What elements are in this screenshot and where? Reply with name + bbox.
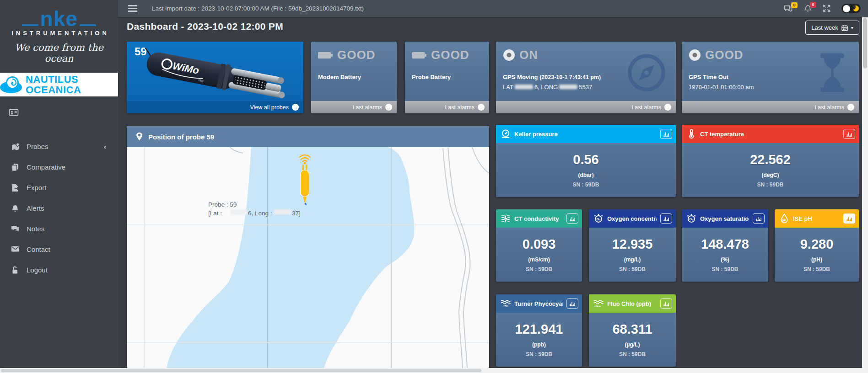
sidebar-item-label: Comparative: [27, 163, 65, 171]
svg-text:PC: PC: [503, 304, 508, 308]
footer-label: Last alarms: [445, 104, 474, 111]
sensor-serial: SN : 59DB: [526, 266, 552, 272]
envelope-icon: [11, 245, 20, 254]
hamburger-menu-icon[interactable]: [128, 4, 137, 14]
status-state: ON: [503, 48, 538, 62]
sensor-name: ISE pH: [793, 215, 840, 222]
sensor-value: 12.935: [612, 237, 653, 252]
gps-timeout-card: GOOD GPS Time Out 1970-01-01 01:00:00 am…: [682, 42, 859, 113]
caret-down-icon: ▾: [851, 25, 853, 30]
last-alarms-button[interactable]: Last alarms →: [496, 101, 676, 113]
sensor-unit: (%): [721, 256, 729, 263]
notifications-button[interactable]: 0: [804, 5, 812, 13]
open-chart-button[interactable]: [753, 213, 765, 224]
sidebar-item-comparative[interactable]: Comparative: [0, 157, 118, 177]
logo-underscore-right: [80, 24, 96, 26]
sensor-card-fluo-chlo: chl-a Fluo Chlo (ppb) 68.311 (µg/L) SN :…: [589, 294, 676, 367]
expand-arrows-icon: [823, 5, 830, 12]
address-card-icon[interactable]: [9, 108, 19, 117]
last-alarms-button[interactable]: Last alarms →: [311, 101, 397, 113]
org-name-line1: NAUTILUS: [26, 74, 81, 85]
map[interactable]: Probe : 59 [Lat : 6, Long : 37]: [127, 147, 489, 368]
sidebar-item-alerts[interactable]: Alerts: [0, 198, 118, 218]
svg-text:O₂: O₂: [689, 217, 693, 221]
open-chart-button[interactable]: [660, 129, 672, 139]
status-state-label: GOOD: [705, 48, 743, 62]
open-chart-button[interactable]: [566, 298, 578, 309]
chart-icon: [755, 216, 762, 221]
sidebar-item-probes[interactable]: Probes ‹: [0, 136, 118, 157]
vertical-scrollbar[interactable]: [862, 17, 868, 368]
sensor-card-header: PC Turner Phycocyanin: [496, 294, 582, 313]
horizontal-scrollbar[interactable]: [0, 368, 868, 373]
compass-icon: [625, 52, 668, 94]
modem-battery-card: GOOD Modem Battery Last alarms →: [311, 42, 397, 113]
sensor-card-header: CT temperature: [682, 125, 859, 143]
status-state-label: GOOD: [337, 48, 375, 62]
sidebar-item-notes[interactable]: Notes: [0, 218, 118, 239]
footer-label: Last alarms: [814, 104, 844, 111]
sensor-value: 121.941: [515, 322, 563, 337]
sensor-card-ct-temperature: CT temperature 22.562 (degC) SN : 59DB: [682, 125, 859, 197]
vertical-scrollbar-thumb[interactable]: [863, 18, 867, 69]
footer-label: Last alarms: [352, 104, 382, 111]
sensor-name: Oxygen concentration: [607, 215, 657, 222]
sidebar-item-contact[interactable]: Contact: [0, 239, 118, 260]
last-alarms-button[interactable]: Last alarms →: [405, 101, 489, 113]
comments-icon: [11, 225, 20, 233]
messages-button[interactable]: 0: [783, 5, 793, 12]
date-range-label: Last week: [811, 24, 838, 31]
status-title: Modem Battery: [318, 74, 361, 80]
open-chart-button[interactable]: [660, 213, 672, 224]
open-chart-button[interactable]: [566, 213, 578, 224]
status-title-text: GPS Moving: [503, 74, 538, 80]
footer-label: Last alarms: [631, 104, 661, 111]
chart-icon: [569, 301, 576, 306]
view-all-probes-button[interactable]: View all probes →: [127, 101, 303, 113]
chevron-left-icon[interactable]: ‹: [104, 143, 106, 150]
sensor-unit: (ppb): [532, 341, 546, 348]
bell-icon: [11, 204, 20, 213]
map-card: Position of probe 59: [127, 126, 489, 368]
sidebar-item-label: Logout: [27, 266, 48, 274]
sensor-card-body: 68.311 (µg/L) SN : 59DB: [589, 313, 676, 367]
sensor-value: 0.093: [523, 237, 556, 252]
chart-icon: [846, 216, 852, 221]
last-import-text: Last import date : 2023-10-02 07:00:00 A…: [152, 5, 364, 12]
sensor-name: Turner Phycocyanin: [514, 300, 563, 307]
date-range-button[interactable]: Last week ▾: [805, 21, 859, 35]
map-probe-label: Probe : 59: [208, 201, 237, 208]
sensor-unit: (dbar): [578, 172, 594, 178]
thermometer-icon: [686, 129, 696, 139]
theme-toggle[interactable]: [841, 4, 861, 13]
lat-end: 6, LONG: [534, 84, 558, 91]
open-chart-button[interactable]: [660, 298, 672, 309]
sensor-unit: (pH): [811, 256, 822, 263]
sidebar-item-label: Notes: [27, 225, 44, 233]
last-alarms-button[interactable]: Last alarms →: [682, 101, 859, 113]
sensor-value: 9.280: [800, 237, 834, 252]
sidebar-item-label: Probes: [27, 143, 49, 150]
status-state: GOOD: [412, 48, 469, 62]
sensor-value: 0.56: [573, 152, 598, 167]
toggle-knob: [843, 5, 850, 12]
sensor-card-header: Keller pressure: [496, 125, 676, 143]
sidebar-item-logout[interactable]: Logout: [0, 260, 118, 280]
svg-text:O₂: O₂: [596, 217, 600, 221]
open-chart-button[interactable]: [843, 129, 855, 139]
brand-subtitle: INSTRUMENTATION: [3, 30, 118, 37]
sidebar-item-export[interactable]: Export: [0, 177, 118, 198]
oxygen-molecule-icon: O₂: [686, 213, 696, 224]
open-chart-button[interactable]: [843, 213, 855, 224]
sidebar-item-label: Contact: [27, 245, 50, 253]
status-title: GPS Time Out: [689, 74, 728, 80]
map-lat-prefix: [Lat :: [208, 210, 222, 217]
notifications-badge: 0: [810, 2, 816, 8]
sensor-serial: SN : 59DB: [757, 181, 783, 188]
fullscreen-button[interactable]: [823, 5, 830, 12]
sensor-card-header: chl-a Fluo Chlo (ppb): [589, 294, 676, 313]
sensor-serial: SN : 59DB: [712, 266, 738, 272]
arrow-circle-right-icon: →: [385, 104, 392, 111]
horizontal-scrollbar-thumb[interactable]: [1, 369, 481, 372]
topbar: Last import date : 2023-10-02 07:00:00 A…: [118, 0, 868, 17]
